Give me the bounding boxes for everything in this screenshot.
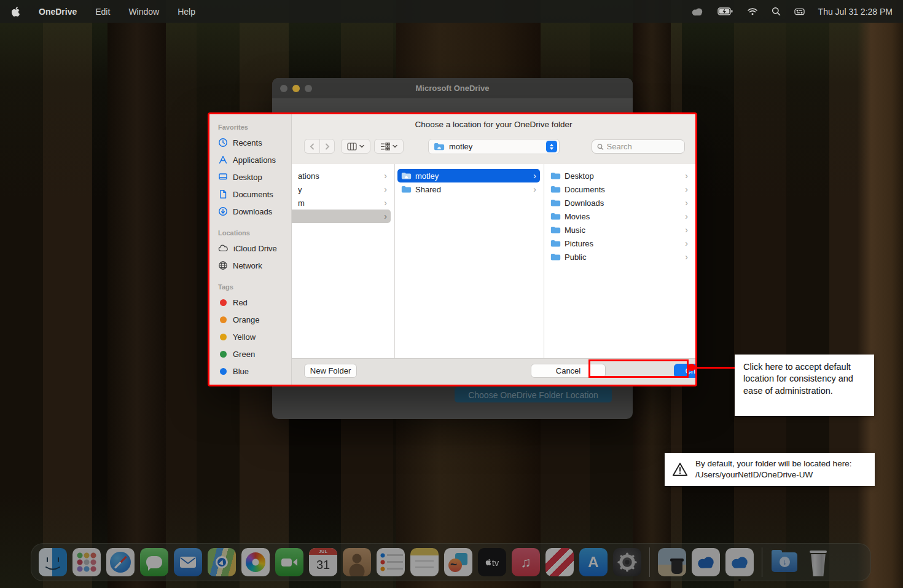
apple-menu-icon[interactable] <box>11 6 20 17</box>
running-indicator <box>738 579 741 581</box>
chevron-right-icon <box>533 171 536 180</box>
download-circle-icon <box>218 206 228 216</box>
safari-compass-icon <box>110 552 131 573</box>
forward-button[interactable] <box>319 139 335 154</box>
path-stepper[interactable] <box>546 141 557 152</box>
dock-news[interactable] <box>545 548 574 576</box>
sidebar-item-network[interactable]: Network <box>209 257 291 274</box>
jar-icon <box>671 560 682 574</box>
file-row[interactable]: m <box>294 196 391 210</box>
chevron-right-icon <box>685 171 688 180</box>
sidebar-tag-green[interactable]: Green <box>209 345 291 363</box>
file-row[interactable]: ations <box>294 169 391 182</box>
globe-icon <box>218 261 228 270</box>
dock-system-settings[interactable] <box>613 548 641 576</box>
sidebar-item-downloads[interactable]: Downloads <box>209 203 291 220</box>
chevron-left-icon <box>310 143 315 150</box>
dock-preview-stack[interactable] <box>658 548 686 576</box>
dock-music[interactable]: ♫ <box>512 548 540 576</box>
file-row-movies[interactable]: Movies <box>547 210 692 223</box>
home-folder-icon <box>434 142 445 151</box>
choose-onedrive-folder-location-button[interactable]: Choose OneDrive Folder Location <box>455 387 612 402</box>
file-row-shared[interactable]: Shared <box>397 182 540 196</box>
dock-launchpad[interactable] <box>72 548 101 576</box>
file-row-documents[interactable]: Documents <box>547 182 692 196</box>
dock-apple-tv[interactable]: tv <box>478 548 506 576</box>
group-control[interactable] <box>374 139 404 154</box>
dock-freeform[interactable]: ~ <box>444 548 472 576</box>
envelope-icon <box>179 556 197 568</box>
sidebar-item-label: Green <box>233 350 255 359</box>
dock-calendar[interactable]: JUL 31 <box>309 548 337 576</box>
control-center-icon[interactable] <box>794 8 805 15</box>
dock-facetime[interactable] <box>275 548 303 576</box>
onedrive-cloud-status-icon[interactable] <box>690 7 704 16</box>
sidebar-item-recents[interactable]: Recents <box>209 134 291 151</box>
path-dropdown[interactable]: motley <box>428 139 560 154</box>
freeform-squiggle: ~ <box>450 558 457 571</box>
sidebar-item-applications[interactable]: Applications <box>209 151 291 168</box>
dock-divider <box>649 547 650 577</box>
dock-onedrive[interactable] <box>692 548 720 576</box>
file-row-music[interactable]: Music <box>547 223 692 237</box>
sidebar-tag-blue[interactable]: Blue <box>209 363 291 380</box>
dock-contacts[interactable] <box>343 548 371 576</box>
choose-button-highlight-outline <box>588 359 689 378</box>
dock-divider <box>762 547 762 577</box>
menu-clock[interactable]: Thu Jul 31 2:28 PM <box>818 7 893 17</box>
sidebar-item-label: Applications <box>233 155 276 165</box>
dock-downloads-folder[interactable]: ↓ <box>770 548 799 576</box>
sidebar-item-desktop[interactable]: Desktop <box>209 168 291 186</box>
back-button[interactable] <box>304 139 319 154</box>
column-view-control[interactable] <box>341 139 370 154</box>
menu-window[interactable]: Window <box>128 7 159 17</box>
chevron-right-icon <box>685 253 688 261</box>
wifi-icon[interactable] <box>747 7 758 15</box>
dock-finder[interactable] <box>39 548 67 576</box>
dock-onedrive-personal[interactable] <box>725 548 754 576</box>
search-field[interactable] <box>592 139 685 154</box>
sidebar-tag-yellow[interactable]: Yellow <box>209 328 291 345</box>
file-row-public[interactable]: Public <box>547 250 692 264</box>
file-row-desktop[interactable]: Desktop <box>547 169 692 182</box>
applications-icon <box>218 155 228 165</box>
sidebar-tag-red[interactable]: Red <box>209 294 291 311</box>
spotlight-search-icon[interactable] <box>772 7 781 16</box>
dock-trash[interactable] <box>804 548 832 576</box>
sidebar-item-documents[interactable]: Documents <box>209 186 291 203</box>
file-row-selected-inactive[interactable] <box>283 210 391 223</box>
menu-help[interactable]: Help <box>178 7 195 17</box>
menu-app-name[interactable]: OneDrive <box>39 7 77 17</box>
file-row-pictures[interactable]: Pictures <box>547 237 692 250</box>
default-location-line1: By default, your folder will be located … <box>695 458 867 469</box>
battery-charging-icon[interactable] <box>717 7 733 15</box>
sidebar-section-tags: Tags <box>209 280 291 294</box>
navigation-arrow <box>219 559 225 565</box>
photos-pinwheel-icon <box>246 552 265 572</box>
menu-edit[interactable]: Edit <box>95 7 110 17</box>
file-row-motley[interactable]: motley <box>397 169 540 182</box>
file-row[interactable]: y <box>294 182 391 196</box>
path-dropdown-value: motley <box>449 142 542 151</box>
new-folder-button[interactable]: New Folder <box>304 364 357 378</box>
file-row-downloads[interactable]: Downloads <box>547 196 692 210</box>
sidebar-tag-purple[interactable]: Purple <box>209 380 291 386</box>
red-tag-icon <box>220 299 227 306</box>
folder-icon <box>401 185 412 194</box>
dock-safari[interactable] <box>106 548 135 576</box>
chevron-right-icon <box>384 198 387 207</box>
dock-maps[interactable] <box>208 548 236 576</box>
sidebar-item-icloud-drive[interactable]: iCloud Drive <box>209 240 291 257</box>
search-input[interactable] <box>607 142 679 151</box>
dock-notes[interactable] <box>410 548 439 576</box>
sidebar-tag-orange[interactable]: Orange <box>209 311 291 328</box>
search-icon <box>597 143 604 151</box>
browser-column-2: motley Shared <box>395 164 544 358</box>
yellow-tag-icon <box>220 334 227 340</box>
chevron-right-icon <box>384 171 387 180</box>
dock-app-store[interactable]: A <box>579 548 608 576</box>
dock-mail[interactable] <box>174 548 202 576</box>
dock-reminders[interactable] <box>377 548 405 576</box>
dock-photos[interactable] <box>241 548 270 576</box>
dock-messages[interactable] <box>140 548 168 576</box>
